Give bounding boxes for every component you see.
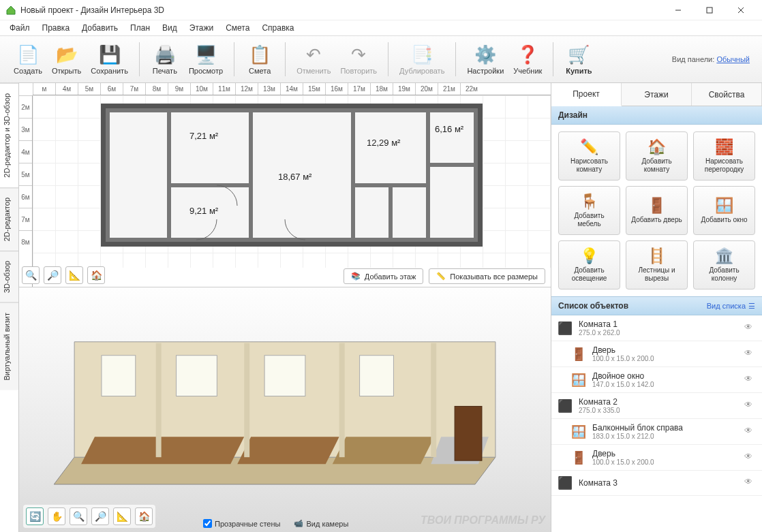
open-button[interactable]: 📂Открыть [48,39,85,80]
house-3d-render [53,301,517,491]
list-item[interactable]: 🪟Балконный блок справа183.0 x 15.0 x 212… [551,419,762,445]
pan-button[interactable]: ✋ [48,507,65,525]
floor-buttons: 📚Добавить этаж 📏Показывать все размеры [344,268,545,284]
zoom-in-button[interactable]: 🔎 [44,266,61,284]
zoom-out-button[interactable]: 🔍 [22,266,40,284]
view-3d[interactable]: 🔄 ✋ 🔍 🔎 📐 🏠 Прозрачные стены 📹 Вид камер… [19,287,551,532]
folder-open-icon: 📂 [56,44,78,65]
object-list[interactable]: ⬛Комната 1275.0 x 262.0👁 🚪Дверь100.0 x 1… [551,315,762,532]
eye-icon[interactable]: 👁 [744,322,757,334]
door-icon: 🚪 [647,197,666,215]
svg-marker-18 [333,437,434,464]
diskette-icon: 💾 [99,44,121,65]
room-area-3: 12,29 м² [367,138,400,148]
camera-icon: 📹 [294,519,303,528]
toolbar: 📄Создать 📂Открыть 💾Сохранить 🖨️Печать 🖥️… [0,35,762,83]
window-title: Новый проект - Дизайн Интерьера 3D [20,5,662,15]
add-column-button[interactable]: 🏛️Добавить колонну [693,240,755,290]
eye-icon[interactable]: 👁 [744,374,757,386]
right-panel: Проект Этажи Свойства Дизайн ✏️Нарисоват… [551,83,762,532]
eye-icon[interactable]: 👁 [744,426,757,438]
panel-mode-link[interactable]: Обычный [716,55,750,63]
draw-room-button[interactable]: ✏️Нарисовать комнату [558,131,620,181]
add-lighting-button[interactable]: 💡Добавить освещение [558,240,620,290]
room-area-2: 18,67 м² [278,172,311,182]
menu-help[interactable]: Справка [256,22,299,34]
list-item[interactable]: ⬛Комната 1275.0 x 262.0👁 [551,315,762,341]
eye-icon[interactable]: 👁 [744,400,757,412]
duplicate-button[interactable]: 📑Дублировать [395,39,448,80]
rotate-360-button[interactable]: 🔄 [26,507,44,525]
menu-estimate[interactable]: Смета [220,22,255,34]
tab-props[interactable]: Свойства [692,83,762,106]
ruler-3d-button[interactable]: 📐 [113,507,131,525]
add-floor-button[interactable]: 📚Добавить этаж [344,268,423,284]
zoom-out-3d-button[interactable]: 🔍 [70,507,87,525]
redo-button[interactable]: ↷Повторить [336,39,381,80]
bulb-icon: 💡 [580,247,598,265]
menu-file[interactable]: Файл [4,22,35,34]
maximize-button[interactable] [694,0,725,20]
transparent-walls-checkbox[interactable]: Прозрачные стены [203,519,280,528]
app-icon [5,5,16,16]
create-button[interactable]: 📄Создать [10,39,46,80]
svg-rect-27 [360,356,394,396]
menu-edit[interactable]: Правка [37,22,76,34]
menubar: Файл Правка Добавить План Вид Этажи Смет… [0,20,762,35]
home-button[interactable]: 🏠 [87,266,105,284]
add-window-button[interactable]: 🪟Добавить окно [693,186,755,235]
menu-add[interactable]: Добавить [76,22,123,34]
tutorial-button[interactable]: ❓Учебник [509,39,546,80]
undo-button[interactable]: ↶Отменить [292,39,335,80]
add-room-button[interactable]: 🏠Добавить комнату [626,131,688,181]
add-furniture-button[interactable]: 🪑Добавить мебель [558,186,620,235]
svg-rect-25 [177,356,217,396]
minimize-button[interactable] [662,0,694,20]
add-door-button[interactable]: 🚪Добавить дверь [626,186,688,235]
design-grid: ✏️Нарисовать комнату 🏠Добавить комнату 🧱… [551,125,762,296]
eye-icon[interactable]: 👁 [744,477,757,489]
home-3d-button[interactable]: 🏠 [135,507,153,525]
settings-button[interactable]: ⚙️Настройки [463,39,508,80]
list-icon: ☰ [748,302,755,311]
print-button[interactable]: 🖨️Печать [147,39,183,80]
stairs-cutouts-button[interactable]: 🪜Лестницы и вырезы [626,240,688,290]
show-dims-button[interactable]: 📏Показывать все размеры [429,268,545,284]
camera-view-button[interactable]: 📹 Вид камеры [294,519,348,528]
menu-plan[interactable]: План [125,22,155,34]
room-area-5: 9,21 м² [189,206,218,216]
list-item[interactable]: ⬛Комната 2275.0 x 335.0👁 [551,393,762,419]
view-2d[interactable]: м4м5м6м7м8м9м10м11м12м13м14м15м16м17м18м… [19,83,551,287]
notepad-icon: 📋 [249,44,271,65]
vtab-virtual[interactable]: Виртуальный визит [0,302,18,390]
vtab-3d[interactable]: 3D-обзор [0,251,18,302]
tab-floors[interactable]: Этажи [622,83,692,106]
list-item[interactable]: ⬛Комната 3👁 [551,471,762,496]
ruler-button[interactable]: 📐 [65,266,83,284]
draw-partition-button[interactable]: 🧱Нарисовать перегородку [693,131,755,181]
svg-rect-26 [264,356,305,396]
close-button[interactable] [725,0,757,20]
tab-project[interactable]: Проект [551,83,622,106]
preview-button[interactable]: 🖥️Просмотр [185,39,227,80]
svg-rect-5 [108,110,169,240]
estimate-button[interactable]: 📋Смета [241,39,278,80]
floorplan[interactable]: 7,21 м² 18,67 м² 12,29 м² 6,16 м² 9,21 м… [101,104,483,262]
copy-icon: 📑 [411,44,433,65]
buy-button[interactable]: 🛒Купить [560,39,597,80]
svg-rect-9 [353,110,428,185]
stairs-icon: 🪜 [647,247,666,265]
list-item[interactable]: 🪟Двойное окно147.0 x 15.0 x 142.0👁 [551,367,762,393]
save-button[interactable]: 💾Сохранить [87,39,132,80]
list-item[interactable]: 🚪Дверь100.0 x 15.0 x 200.0👁 [551,445,762,471]
zoom-in-3d-button[interactable]: 🔎 [91,507,109,525]
menu-view[interactable]: Вид [157,22,183,34]
eye-icon[interactable]: 👁 [744,348,757,360]
list-item[interactable]: 🚪Дверь100.0 x 15.0 x 200.0👁 [551,341,762,367]
new-file-icon: 📄 [17,44,39,65]
menu-floors[interactable]: Этажи [184,22,219,34]
vtab-2d[interactable]: 2D-редактор [0,187,18,251]
vtab-combo[interactable]: 2D-редактор и 3D-обзор [0,83,18,187]
eye-icon[interactable]: 👁 [744,452,757,464]
view-list-link[interactable]: Вид списка ☰ [707,302,755,311]
